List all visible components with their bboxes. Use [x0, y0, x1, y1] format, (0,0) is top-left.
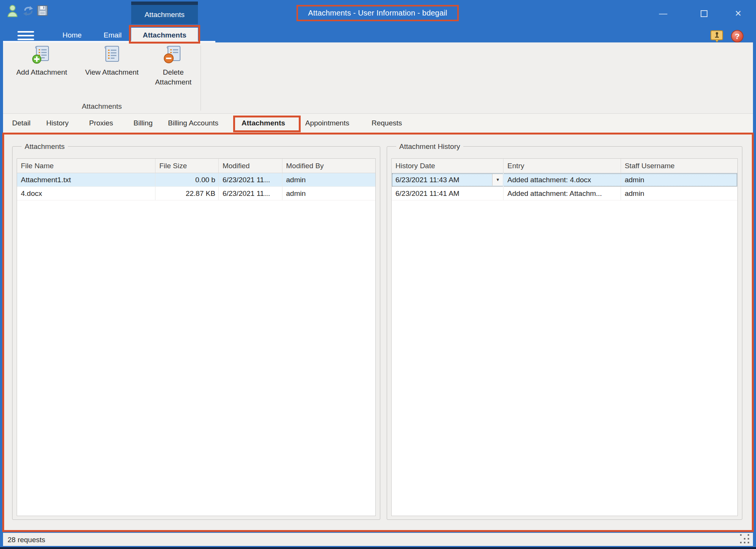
ribbon-group-label: Attachments: [3, 102, 201, 111]
cell-file-size: 22.87 KB: [155, 187, 219, 200]
cell-entry: Added attachment: Attachm...: [503, 187, 621, 200]
col-modified[interactable]: Modified: [219, 159, 282, 173]
view-attachment-icon: [102, 45, 122, 64]
tab-billing-accounts[interactable]: Billing Accounts: [168, 114, 218, 133]
highlight-box-ribbon-tab: [129, 25, 200, 44]
help-icon: ?: [735, 32, 740, 41]
view-attachment-button[interactable]: View Attachment: [80, 45, 143, 77]
cell-modified: 6/23/2021 11...: [219, 187, 282, 200]
tab-appointments[interactable]: Appointments: [305, 114, 349, 133]
cell-history-date: 6/23/2021 11:43 AM ▼: [392, 173, 503, 186]
attachments-table: File Name File Size Modified Modified By…: [17, 158, 376, 516]
sync-arrows-icon[interactable]: [21, 5, 35, 18]
table-row[interactable]: 4.docx 22.87 KB 6/23/2021 11... admin: [17, 187, 375, 200]
highlight-box-title: Attachments - User Information - bdegail: [296, 5, 459, 21]
cell-modified-by: admin: [282, 187, 375, 200]
maximize-icon: [701, 10, 707, 17]
resize-grip[interactable]: [740, 534, 742, 536]
delete-attachment-label: Delete Attachment: [152, 67, 195, 87]
window-title: Attachments - User Information - bdegail: [308, 9, 447, 17]
status-bar: 28 requests: [3, 533, 753, 546]
app-window: Attachments Attachments - User Informati…: [0, 0, 756, 549]
table-row[interactable]: Attachment1.txt 0.00 b 6/23/2021 11... a…: [17, 173, 375, 187]
cell-modified: 6/23/2021 11...: [219, 173, 282, 186]
tab-billing[interactable]: Billing: [133, 114, 153, 133]
history-table-header: History Date Entry Staff Username: [392, 159, 737, 173]
minimize-icon: —: [659, 9, 667, 19]
add-attachment-icon: [32, 45, 52, 64]
ribbon-tab-email[interactable]: Email: [99, 30, 127, 41]
contextual-tab-label: Attachments: [131, 5, 198, 24]
pin-icon: [711, 30, 723, 42]
tab-requests[interactable]: Requests: [372, 114, 402, 133]
table-row[interactable]: 6/23/2021 11:41 AM Added attachment: Att…: [392, 187, 737, 200]
pin-button[interactable]: [711, 30, 723, 44]
highlight-box-page-tab: [233, 116, 301, 132]
help-button[interactable]: ?: [731, 30, 743, 42]
cell-modified-by: admin: [282, 173, 375, 186]
contextual-tab-group: Attachments: [131, 2, 198, 24]
table-row[interactable]: 6/23/2021 11:43 AM ▼ Added attachment: 4…: [392, 173, 737, 187]
attachments-table-header: File Name File Size Modified Modified By: [17, 159, 375, 173]
attachments-groupbox-title: Attachments: [22, 142, 68, 151]
status-requests-count: 28 requests: [8, 533, 45, 546]
close-button[interactable]: ✕: [729, 8, 747, 20]
menu-hamburger-icon[interactable]: [17, 31, 34, 41]
add-attachment-button[interactable]: Add Attachment: [12, 45, 71, 77]
cell-staff-username: admin: [621, 173, 737, 186]
attachment-history-groupbox-title: Attachment History: [396, 142, 463, 151]
add-attachment-label: Add Attachment: [12, 67, 71, 77]
col-entry[interactable]: Entry: [503, 159, 621, 173]
minimize-button[interactable]: —: [654, 8, 672, 20]
cell-entry: Added attachment: 4.docx: [503, 173, 621, 186]
ribbon-group-separator: [201, 45, 201, 111]
col-history-date[interactable]: History Date: [392, 159, 503, 173]
window-bottom-edge: [0, 547, 756, 549]
history-date-value: 6/23/2021 11:43 AM: [395, 176, 460, 184]
cell-file-size: 0.00 b: [155, 173, 219, 186]
user-icon[interactable]: [7, 5, 18, 19]
cell-history-date: 6/23/2021 11:41 AM: [392, 187, 503, 200]
col-file-size[interactable]: File Size: [155, 159, 219, 173]
maximize-button[interactable]: [695, 8, 713, 20]
ribbon: Add Attachment View Attachment: [3, 42, 753, 113]
view-attachment-label: View Attachment: [80, 67, 143, 77]
close-icon: ✕: [735, 9, 742, 19]
col-file-name[interactable]: File Name: [17, 159, 155, 173]
chevron-down-icon: ▼: [496, 173, 500, 186]
col-staff-username[interactable]: Staff Username: [621, 159, 737, 173]
date-dropdown-button[interactable]: ▼: [492, 174, 503, 186]
cell-file-name: Attachment1.txt: [17, 173, 155, 186]
col-modified-by[interactable]: Modified By: [282, 159, 375, 173]
ribbon-tab-home[interactable]: Home: [57, 30, 87, 41]
tab-detail[interactable]: Detail: [12, 114, 31, 133]
tab-proxies[interactable]: Proxies: [89, 114, 113, 133]
tab-history[interactable]: History: [46, 114, 69, 133]
delete-attachment-icon: [163, 45, 183, 64]
attachment-history-table: History Date Entry Staff Username 6/23/2…: [391, 158, 738, 516]
save-icon[interactable]: [37, 5, 48, 17]
cell-file-name: 4.docx: [17, 187, 155, 200]
delete-attachment-button[interactable]: Delete Attachment: [152, 45, 195, 87]
cell-staff-username: admin: [621, 187, 737, 200]
